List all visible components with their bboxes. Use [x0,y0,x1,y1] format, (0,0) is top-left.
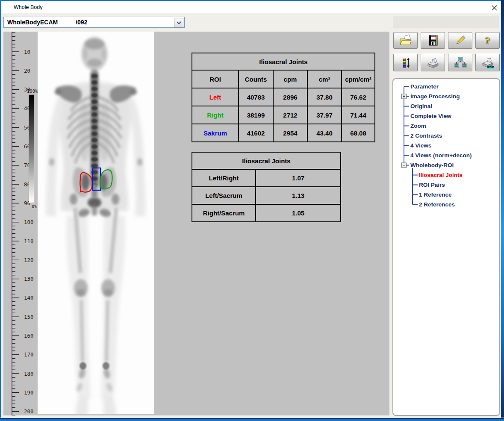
cell-value: 37.97 [307,106,342,124]
colorbar-max-label: 100% [27,88,38,94]
window-border-top [0,0,504,1]
study-id: /092 [76,19,87,26]
printer-icon [426,56,440,69]
window-border-right [501,0,504,421]
ratio-table-title: Iliosacral Joints [192,152,341,169]
close-button[interactable] [487,2,501,13]
application-window: Whole Body WholeBodyECAM /092 1020304050… [0,0,504,421]
table-row: Sakrum 41602 2954 43.40 68.08 [192,124,375,142]
tree-item-zoom[interactable]: Zoom [393,121,499,131]
study-name: WholeBodyECAM [7,19,58,26]
ratio-value: 1.07 [256,169,341,187]
save-button[interactable] [421,32,445,49]
svg-text:180: 180 [24,371,34,377]
ratio-table: Iliosacral Joints Left/Right 1.07 Left/S… [192,152,341,222]
window-title: Whole Body [14,4,42,10]
cell-value: 40783 [239,88,273,106]
cell-value: 38199 [239,106,273,124]
svg-text:130: 130 [24,276,34,282]
table-row: Left 40783 2896 37.80 76.62 [192,88,375,106]
svg-text:100: 100 [24,219,34,225]
cell-value: 76.62 [342,88,375,106]
svg-text:160: 160 [24,333,34,339]
network-button[interactable] [448,54,472,71]
cell-value: 68.08 [342,124,375,142]
roi-table-title: Iliosacral Joints [192,53,375,70]
open-button[interactable] [393,32,418,49]
row-label: Sakrum [192,124,239,142]
title-bar: Whole Body [1,1,501,13]
cell-value: 41602 [239,124,273,142]
svg-text:120: 120 [24,257,34,263]
window-border-left [0,0,1,421]
status-field [393,16,499,28]
print-button[interactable] [421,54,445,71]
ratio-label: Left/Sacrum [192,187,256,204]
tree-rows: ParameterImage ProcessingOriginalComplet… [393,79,499,415]
tree-item-wholebody-roi[interactable]: Wholebody-ROI [393,160,499,170]
svg-text:140: 140 [24,294,34,301]
close-icon [491,5,498,11]
tree-item-parameter[interactable]: Parameter [393,82,499,91]
print-setup-button[interactable]: SETUP [475,54,500,71]
pencil-icon [453,34,468,47]
open-folder-icon [398,34,413,47]
color-scale-button[interactable] [393,54,418,71]
chevron-down-icon [177,21,181,24]
question-mark-icon: ? ? [480,34,495,47]
col-roi: ROI [192,70,239,88]
roi-table: Iliosacral Joints ROI Counts cpm cm² cpm… [192,53,375,142]
help-button[interactable]: ? ? [475,32,500,49]
cell-value: 71.44 [342,106,375,124]
svg-text:110: 110 [24,238,34,244]
skeleton-scintigram [38,32,154,414]
table-row: Left/Right 1.07 [192,169,341,187]
svg-text:10: 10 [24,49,30,55]
color-scale-icon [398,56,413,69]
window-border-bottom [0,418,504,421]
ratio-label: Right/Sacrum [192,204,256,222]
table-row: Right/Sacrum 1.05 [192,204,341,222]
table-row: Right 38199 2712 37.97 71.44 [192,106,375,124]
colorbar-min-label: 0% [32,204,37,209]
edit-button[interactable] [448,32,472,49]
cell-value: 2712 [273,106,307,124]
tree-item-4-views[interactable]: 4 Views [393,141,499,150]
col-cpm-cm2: cpm/cm² [342,70,375,88]
svg-text:190: 190 [24,389,34,396]
col-counts: Counts [239,70,273,88]
combo-dropdown-button[interactable] [174,18,183,27]
cell-value: 43.40 [307,124,342,142]
tree-item-iliosacral-joints[interactable]: Iliosacral Joints [393,170,499,180]
tree-item-complete-view[interactable]: Complete View [393,111,499,121]
col-cm2: cm² [307,70,342,88]
tree-panel: ParameterImage ProcessingOriginalComplet… [392,78,500,416]
row-label: Left [192,88,239,106]
tree-item-roi-pairs[interactable]: ROI Pairs [393,180,499,190]
row-label: Right [192,106,239,124]
scan-image[interactable] [38,32,154,414]
colorbar[interactable] [29,94,34,203]
svg-text:200: 200 [24,408,34,415]
svg-text:150: 150 [24,314,34,320]
col-cpm: cpm [273,70,307,88]
ratio-value: 1.13 [256,187,341,204]
study-selector[interactable]: WholeBodyECAM /092 [3,17,185,28]
tree-item-2-contrasts[interactable]: 2 Contrasts [393,131,499,141]
svg-text:?: ? [485,35,490,46]
tree-item-image-processing[interactable]: Image Processing [393,91,499,101]
tree-item-4-views-norm-decon[interactable]: 4 Views (norm+decon) [393,150,499,160]
cell-value: 2896 [273,88,307,106]
floppy-disk-icon [426,34,440,47]
cell-value: 37.80 [307,88,342,106]
ratio-label: Left/Right [192,169,256,187]
tree-item-original[interactable]: Original [393,101,499,111]
ratio-value: 1.05 [256,204,341,222]
svg-text:170: 170 [24,351,34,358]
table-row: Left/Sacrum 1.13 [192,187,341,204]
tree-item-2-references[interactable]: 2 References [393,200,499,209]
svg-text:SETUP: SETUP [486,66,494,68]
tree-item-1-reference[interactable]: 1 Reference [393,190,499,200]
svg-text:20: 20 [24,68,30,74]
cell-value: 2954 [273,124,307,142]
